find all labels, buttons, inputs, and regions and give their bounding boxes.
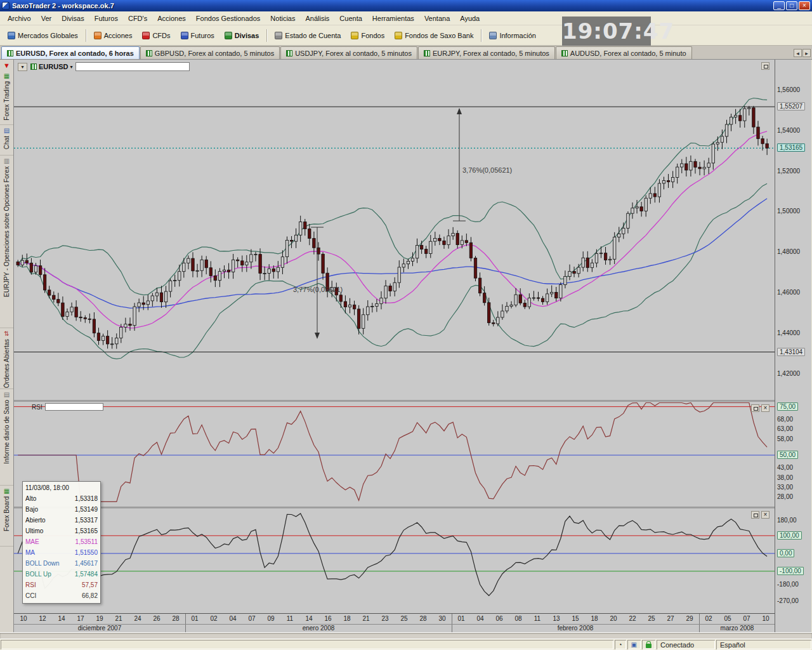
fx-options-icon: ▥ bbox=[4, 157, 10, 165]
x-tick: 28 bbox=[169, 615, 182, 622]
horizontal-scrollbar[interactable] bbox=[0, 632, 812, 639]
menu-noticias[interactable]: Noticias bbox=[265, 13, 300, 24]
sidebar-item-ordenes-abiertas[interactable]: ⇅Órdenes Abiertas bbox=[0, 328, 13, 389]
price-tick-label: 1,44000 bbox=[777, 329, 800, 336]
status-empty-segment bbox=[1, 640, 613, 649]
sidebar-item-forex-board[interactable]: ▦Forex Board bbox=[0, 486, 13, 547]
toolbar-button-futuros[interactable]: Futuros bbox=[176, 29, 219, 43]
price-chart-svg[interactable]: 3,76%(0,05621)3,77%(0,05621) bbox=[14, 60, 775, 400]
time-axis: 1012141719212426280102040709111416182123… bbox=[14, 613, 775, 624]
toolbar-button-fondos-de-saxo-bank[interactable]: Fondos de Saxo Bank bbox=[390, 29, 478, 43]
cci-chart-svg[interactable] bbox=[14, 508, 775, 613]
chart-icon bbox=[286, 50, 292, 56]
tab-scroll-left-icon[interactable]: ◂ bbox=[794, 49, 802, 57]
symbol-selector[interactable]: EURUSD ▾ bbox=[30, 63, 72, 70]
tab-scroll-right-icon[interactable]: ▸ bbox=[802, 49, 811, 57]
tooltip-row-label: Abierto bbox=[25, 515, 46, 526]
daily-report-icon: ▤ bbox=[4, 391, 10, 399]
cci-restore-button[interactable] bbox=[751, 511, 759, 519]
menu-herramientas[interactable]: Herramientas bbox=[367, 13, 419, 24]
menu-fondos-gestionados[interactable]: Fondos Gestionados bbox=[191, 13, 266, 24]
x-tick: 02 bbox=[702, 615, 715, 622]
sidebar-item-informe-diario-de-saxo[interactable]: ▤Informe diario de Saxo bbox=[0, 389, 13, 486]
rsi-restore-button[interactable] bbox=[751, 404, 759, 412]
x-tick: 14 bbox=[303, 615, 315, 622]
cci-panel[interactable]: × bbox=[14, 507, 775, 613]
toolbar-button-fondos[interactable]: Fondos bbox=[346, 29, 390, 43]
menu-ver[interactable]: Ver bbox=[36, 13, 57, 24]
x-tick: 21 bbox=[112, 615, 125, 622]
toolbar-button-cfds[interactable]: CFDs bbox=[137, 29, 175, 43]
price-tick-label: 1,52000 bbox=[777, 168, 800, 175]
x-tick: 11 bbox=[284, 615, 296, 622]
tooltip-row-value: 1,51550 bbox=[75, 547, 98, 558]
tab-eurjpy[interactable]: EURJPY, Forex al contado, 5 minutos bbox=[418, 46, 555, 59]
panel-menu-button[interactable]: ▾ bbox=[18, 63, 27, 71]
tab-audusd[interactable]: AUDUSD, Forex al contado, 5 minuto bbox=[556, 46, 692, 59]
toolbar-button-divisas[interactable]: Divisas bbox=[219, 29, 265, 43]
rsi-panel-buttons: × bbox=[751, 404, 769, 412]
network-status-icon: ▣ bbox=[627, 640, 641, 649]
window-title: SaxoTrader 2 - workspace.ok.7 bbox=[12, 2, 772, 10]
cci-background bbox=[14, 508, 775, 613]
price-chart-panel[interactable]: 3,76%(0,05621)3,77%(0,05621) ▾ EURUSD ▾ bbox=[14, 60, 775, 400]
x-tick: 05 bbox=[721, 615, 734, 622]
rsi-chart-svg[interactable] bbox=[14, 402, 775, 507]
toolbar-button-informacion[interactable]: Información bbox=[484, 29, 540, 43]
x-tick: 14 bbox=[55, 615, 68, 622]
minimize-button[interactable]: _ bbox=[773, 1, 785, 10]
sidebar-item-forex-trading[interactable]: ▦Forex Trading bbox=[0, 70, 13, 125]
menu-divisas[interactable]: Divisas bbox=[56, 13, 89, 24]
rsi-close-button[interactable]: × bbox=[761, 404, 769, 412]
tooltip-row-abierto: Abierto1,53317 bbox=[25, 515, 98, 526]
rsi-label: RSI bbox=[32, 404, 43, 411]
language-status: Español bbox=[716, 640, 811, 649]
red-arrow-icon[interactable]: ▼ bbox=[3, 60, 10, 70]
price-axis[interactable]: 1,560001,540001,520001,500001,480001,460… bbox=[775, 60, 811, 632]
close-button[interactable]: × bbox=[799, 1, 810, 10]
menu-cfd-s[interactable]: CFD's bbox=[123, 13, 152, 24]
rsi-settings-input[interactable] bbox=[45, 403, 103, 411]
price-tick-label: 1,56000 bbox=[777, 86, 800, 93]
tooltip-row-label: Alto bbox=[25, 493, 36, 504]
month-separator bbox=[452, 625, 452, 632]
toolbar-button-estado-de-cuenta[interactable]: Estado de Cuenta bbox=[270, 29, 346, 43]
menu-ayuda[interactable]: Ayuda bbox=[455, 13, 485, 24]
tooltip-row-value: 1,45617 bbox=[75, 558, 98, 569]
cci-close-button[interactable]: × bbox=[761, 511, 769, 519]
tab-usdjpy[interactable]: USDJPY, Forex al contado, 5 minutos bbox=[280, 46, 417, 59]
chart-icon bbox=[146, 50, 152, 56]
menu-futuros[interactable]: Futuros bbox=[89, 13, 123, 24]
secure-lock-icon bbox=[642, 640, 655, 649]
sidebar-item-eurjpy-operaciones-sobre-opciones-forex[interactable]: ▥EURJPY - Operaciones sobre Opciones For… bbox=[0, 156, 13, 328]
menu-cuenta[interactable]: Cuenta bbox=[334, 13, 367, 24]
month-separator bbox=[452, 614, 452, 624]
toolbar-button-acciones[interactable]: Acciones bbox=[89, 29, 138, 43]
toolbar-button-label: Divisas bbox=[235, 32, 259, 39]
price-badge-current: 1,53165 bbox=[777, 143, 805, 152]
rsi-panel[interactable]: RSI × bbox=[14, 400, 775, 507]
connection-status: Conectado bbox=[657, 640, 715, 649]
title-bar[interactable]: SaxoTrader 2 - workspace.ok.7 _ □ × bbox=[0, 0, 812, 11]
x-tick: 01 bbox=[188, 615, 201, 622]
tooltip-row-ma: MA1,51550 bbox=[25, 547, 98, 558]
toolbar-button-label: Fondos de Saxo Bank bbox=[405, 32, 473, 39]
tooltip-row-value: 1,53511 bbox=[75, 536, 98, 547]
instrument-search-input[interactable] bbox=[75, 62, 190, 71]
sidebar-item-chat[interactable]: ▤Chat bbox=[0, 125, 13, 156]
tab-eurusd[interactable]: EURUSD, Forex al contado, 6 horas bbox=[1, 46, 140, 59]
x-tick: 27 bbox=[664, 615, 677, 622]
tooltip-row-value: 57,57 bbox=[82, 580, 98, 590]
x-tick: 17 bbox=[74, 615, 87, 622]
x-tick: 18 bbox=[341, 615, 353, 622]
restore-panel-button[interactable] bbox=[761, 62, 769, 70]
menu-archivo[interactable]: Archivo bbox=[3, 13, 36, 24]
maximize-button[interactable]: □ bbox=[786, 1, 797, 10]
menu-ventana[interactable]: Ventana bbox=[419, 13, 455, 24]
toolbar-button-mercados-globales[interactable]: Mercados Globales bbox=[3, 29, 83, 43]
tab-scroll-buttons: ◂▸ bbox=[794, 49, 812, 59]
menu-acciones[interactable]: Acciones bbox=[152, 13, 191, 24]
tab-gbpusd[interactable]: GBPUSD, Forex al contado, 5 minutos bbox=[140, 46, 280, 59]
menu-analisis[interactable]: Análisis bbox=[300, 13, 334, 24]
x-tick: 16 bbox=[322, 615, 334, 622]
